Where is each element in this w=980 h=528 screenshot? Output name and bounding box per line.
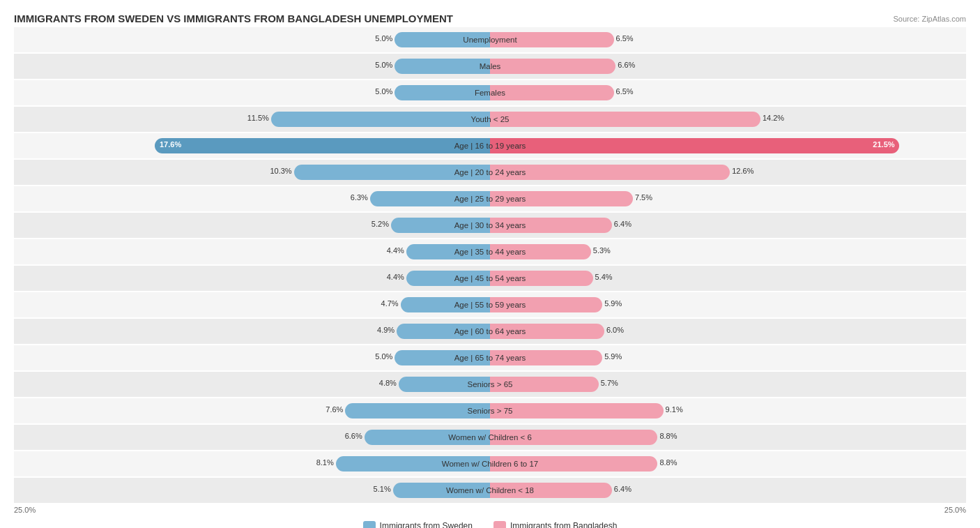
val-right: 8.8% (659, 458, 677, 467)
bar-row: Age | 55 to 59 years4.7%5.9% (14, 292, 966, 317)
val-left: 5.2% (372, 220, 389, 228)
bar-row: Age | 25 to 29 years6.3%7.5% (14, 186, 966, 211)
bar-row: Age | 45 to 54 years4.4%5.4% (14, 266, 966, 291)
bar-left (155, 138, 490, 153)
legend-color-left (363, 521, 376, 528)
axis-right: 25.0% (944, 506, 966, 514)
bar-label: Women w/ Children 6 to 17 (442, 460, 539, 468)
chart-container: IMMIGRANTS FROM SWEDEN VS IMMIGRANTS FRO… (0, 0, 980, 528)
bar-right (490, 138, 899, 153)
bar-row: Unemployment5.0%6.5% (14, 27, 966, 52)
bar-label: Youth < 25 (471, 115, 510, 123)
val-left: 6.3% (351, 193, 368, 202)
bar-row: Age | 60 to 64 years4.9%6.0% (14, 319, 966, 344)
val-right: 14.2% (763, 114, 784, 122)
bar-row: Age | 65 to 74 years5.0%5.9% (14, 345, 966, 370)
val-right: 6.0% (606, 326, 624, 334)
bar-row: Seniors > 757.6%9.1% (14, 398, 966, 423)
bar-label: Age | 65 to 74 years (454, 354, 526, 362)
val-right: 8.8% (659, 432, 677, 440)
bar-row: Age | 30 to 34 years5.2%6.4% (14, 213, 966, 238)
val-left: 5.0% (375, 87, 392, 96)
bar-row: Females5.0%6.5% (14, 80, 966, 105)
val-left: 5.0% (375, 34, 392, 43)
bar-row: Seniors > 654.8%5.7% (14, 372, 966, 397)
val-right: 7.5% (635, 193, 652, 202)
val-right: 9.1% (666, 405, 683, 414)
bar-label: Age | 55 to 59 years (454, 301, 526, 309)
val-right: 6.5% (616, 87, 634, 96)
val-left: 7.6% (326, 405, 343, 414)
bar-label: Males (480, 62, 501, 70)
legend-color-right (493, 521, 506, 528)
bar-right (490, 85, 614, 100)
val-left: 4.9% (377, 326, 395, 334)
axis-labels: 25.0% 25.0% (14, 506, 966, 514)
bar-right (490, 59, 615, 74)
bar-label: Age | 45 to 54 years (454, 274, 526, 282)
bar-label: Age | 25 to 29 years (454, 195, 526, 203)
chart-area: Unemployment5.0%6.5%Males5.0%6.6%Females… (14, 27, 966, 503)
val-right: 5.3% (593, 246, 611, 255)
bar-right (490, 112, 760, 127)
val-right: 21.5% (873, 140, 894, 149)
val-right: 5.7% (601, 379, 618, 387)
val-left: 4.4% (387, 246, 404, 255)
bar-row: Males5.0%6.6% (14, 54, 966, 79)
val-left: 4.8% (379, 379, 397, 387)
bar-row: Women w/ Children 6 to 178.1%8.8% (14, 451, 966, 476)
val-right: 6.4% (614, 485, 631, 493)
val-right: 6.4% (614, 220, 631, 228)
bar-row: Age | 20 to 24 years10.3%12.6% (14, 160, 966, 185)
bar-label: Seniors > 75 (468, 407, 513, 415)
bar-left (395, 59, 490, 74)
bar-label: Age | 30 to 34 years (454, 221, 526, 229)
val-right: 6.5% (616, 34, 634, 43)
bar-right (490, 403, 664, 418)
val-left: 5.1% (374, 485, 391, 493)
bar-label: Women w/ Children < 18 (446, 486, 534, 495)
val-right: 5.9% (604, 352, 622, 361)
bar-row: Age | 16 to 19 years17.6%21.5% (14, 133, 966, 158)
val-left: 8.1% (316, 458, 334, 467)
bar-row: Women w/ Children < 185.1%6.4% (14, 478, 966, 503)
val-left: 5.0% (375, 352, 392, 361)
val-left: 11.5% (247, 114, 269, 122)
val-right: 6.6% (618, 61, 635, 69)
bar-row: Youth < 2511.5%14.2% (14, 107, 966, 132)
axis-left: 25.0% (14, 506, 36, 514)
bar-row: Women w/ Children < 66.6%8.8% (14, 425, 966, 450)
val-right: 5.9% (604, 299, 622, 308)
val-left: 4.4% (387, 273, 404, 281)
legend-label-left: Immigrants from Sweden (380, 521, 473, 528)
legend: Immigrants from Sweden Immigrants from B… (14, 521, 966, 528)
val-left: 6.6% (345, 432, 362, 440)
bar-left (271, 112, 490, 127)
val-right: 5.4% (595, 273, 613, 281)
bar-label: Age | 60 to 64 years (454, 327, 526, 335)
bar-label: Age | 16 to 19 years (454, 142, 526, 150)
bar-label: Females (475, 89, 505, 97)
legend-label-right: Immigrants from Bangladesh (510, 521, 617, 528)
bar-label: Women w/ Children < 6 (448, 433, 532, 442)
bar-label: Age | 35 to 44 years (454, 248, 526, 256)
val-left: 5.0% (375, 61, 392, 69)
val-left: 4.7% (381, 299, 399, 308)
bar-row: Age | 35 to 44 years4.4%5.3% (14, 239, 966, 264)
val-left: 17.6% (160, 140, 181, 149)
legend-item-right: Immigrants from Bangladesh (493, 521, 617, 528)
bar-label: Unemployment (463, 36, 516, 44)
legend-item-left: Immigrants from Sweden (363, 521, 473, 528)
val-right: 12.6% (732, 167, 753, 175)
val-left: 10.3% (270, 167, 291, 175)
bar-label: Age | 20 to 24 years (454, 168, 526, 176)
bar-label: Seniors > 65 (468, 380, 513, 389)
